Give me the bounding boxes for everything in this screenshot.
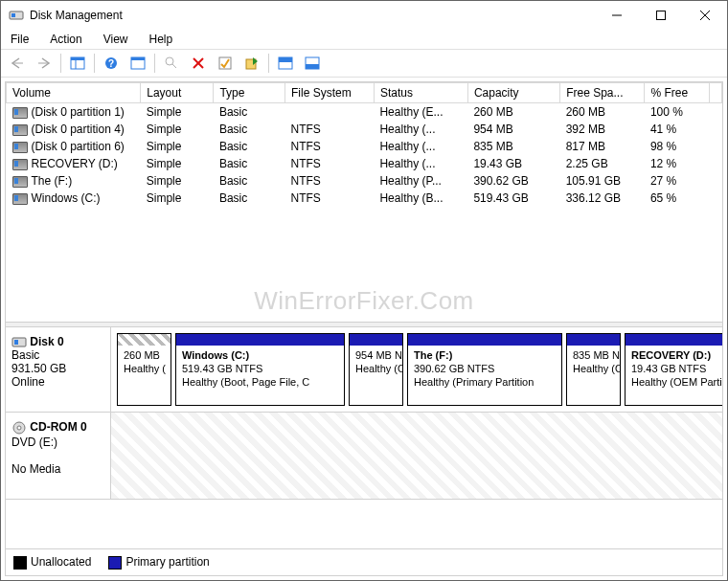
back-button[interactable] (5, 52, 30, 75)
col-filesystem[interactable]: File System (285, 83, 375, 103)
table-row[interactable]: (Disk 0 partition 1)SimpleBasicHealthy (… (7, 103, 722, 122)
svg-rect-9 (71, 57, 84, 60)
properties-button[interactable] (213, 52, 238, 75)
view-top-button[interactable] (273, 52, 298, 75)
volume-icon (12, 124, 28, 136)
col-spacer (710, 83, 722, 103)
titlebar: Disk Management (1, 1, 727, 30)
svg-line-16 (172, 64, 176, 68)
partition[interactable]: 954 MB NTFHealthy (OE (349, 333, 403, 406)
disk-info[interactable]: CD-ROM 0DVD (E:)No Media (6, 413, 111, 499)
menu-bar: File Action View Help (1, 30, 727, 49)
close-button[interactable] (683, 1, 727, 30)
disk-partitions: 260 MBHealthy (Windows (C:)519.43 GB NTF… (111, 327, 722, 412)
svg-rect-3 (657, 11, 666, 20)
partition[interactable]: 260 MBHealthy ( (117, 333, 171, 406)
col-status[interactable]: Status (374, 83, 467, 103)
help-button[interactable]: ? (99, 52, 124, 75)
col-type[interactable]: Type (214, 83, 285, 103)
volume-icon (12, 142, 28, 153)
legend-swatch-unallocated (13, 556, 27, 570)
disk-row[interactable]: Disk 0Basic931.50 GBOnline260 MBHealthy … (6, 327, 722, 413)
forward-button[interactable] (32, 52, 57, 75)
partition[interactable]: Windows (C:)519.43 GB NTFSHealthy (Boot,… (175, 333, 345, 406)
svg-point-28 (17, 426, 21, 430)
volume-table[interactable]: Volume Layout Type File System Status Ca… (6, 82, 722, 207)
refresh-button[interactable] (239, 52, 264, 75)
disk-map-pane[interactable]: Disk 0Basic931.50 GBOnline260 MBHealthy … (6, 327, 722, 548)
table-row[interactable]: Windows (C:)SimpleBasicNTFSHealthy (B...… (7, 190, 722, 207)
table-row[interactable]: (Disk 0 partition 4)SimpleBasicNTFSHealt… (7, 121, 722, 138)
svg-rect-1 (11, 13, 15, 17)
show-hide-console-tree-button[interactable] (65, 52, 90, 75)
volume-list-pane[interactable]: Volume Layout Type File System Status Ca… (6, 82, 722, 322)
col-volume[interactable]: Volume (7, 83, 141, 103)
disk-info[interactable]: Disk 0Basic931.50 GBOnline (6, 327, 111, 412)
partition[interactable]: The (F:)390.62 GB NTFSHealthy (Primary P… (407, 333, 562, 406)
table-row[interactable]: RECOVERY (D:)SimpleBasicNTFSHealthy (...… (7, 155, 722, 172)
svg-point-15 (166, 57, 173, 65)
svg-rect-24 (306, 64, 319, 69)
volume-icon (12, 159, 28, 170)
col-capacity[interactable]: Capacity (467, 83, 559, 103)
delete-button[interactable] (186, 52, 211, 75)
table-row[interactable]: (Disk 0 partition 6)SimpleBasicNTFSHealt… (7, 138, 722, 155)
menu-view[interactable]: View (100, 31, 132, 48)
search-button[interactable] (159, 52, 184, 75)
legend-primary: Primary partition (125, 555, 209, 569)
volume-icon (12, 193, 28, 205)
partition[interactable]: RECOVERY (D:)19.43 GB NTFSHealthy (OEM P… (625, 333, 722, 406)
svg-rect-14 (131, 57, 145, 60)
legend: Unallocated Primary partition (6, 548, 722, 575)
legend-unallocated: Unallocated (31, 555, 91, 569)
menu-action[interactable]: Action (46, 31, 85, 48)
col-freespace[interactable]: Free Spa... (560, 83, 645, 103)
menu-help[interactable]: Help (146, 31, 177, 48)
disk-partitions (111, 413, 722, 499)
svg-rect-22 (279, 57, 292, 62)
legend-swatch-primary (108, 556, 122, 570)
col-pctfree[interactable]: % Free (645, 83, 710, 103)
maximize-button[interactable] (639, 1, 683, 30)
disk-row[interactable]: CD-ROM 0DVD (E:)No Media (6, 413, 722, 500)
settings-button[interactable] (125, 52, 150, 75)
minimize-button[interactable] (595, 1, 639, 30)
partition[interactable]: 835 MB NTFHealthy (OE (566, 333, 621, 406)
table-row[interactable]: The (F:)SimpleBasicNTFSHealthy (P...390.… (7, 172, 722, 190)
menu-file[interactable]: File (7, 31, 33, 48)
app-icon (9, 8, 24, 23)
volume-icon (12, 107, 28, 119)
view-bottom-button[interactable] (300, 52, 325, 75)
svg-rect-26 (14, 340, 18, 345)
svg-text:?: ? (108, 58, 114, 69)
window-title: Disk Management (30, 9, 595, 22)
col-layout[interactable]: Layout (141, 83, 214, 103)
volume-icon (12, 176, 28, 188)
toolbar: ? (1, 49, 727, 78)
